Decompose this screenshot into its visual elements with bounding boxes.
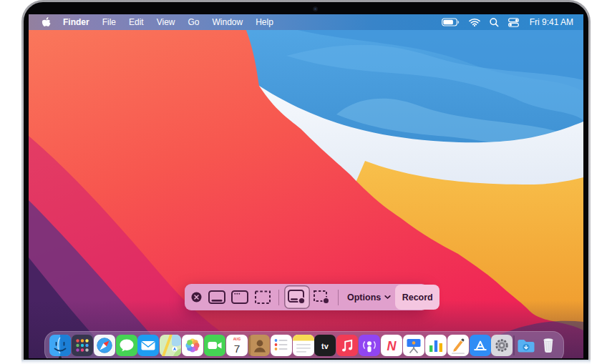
dock-item-pages[interactable] (447, 335, 469, 356)
dock-item-mail[interactable] (137, 335, 159, 356)
options-dropdown[interactable]: Options (343, 292, 395, 302)
svg-text:AUG: AUG (233, 338, 241, 341)
dock-item-trash[interactable] (538, 335, 559, 356)
chevron-down-icon (384, 295, 391, 300)
svg-text:7: 7 (234, 343, 241, 355)
dock-item-finder[interactable] (49, 335, 71, 356)
dock-item-sysprefs[interactable] (491, 335, 513, 356)
dock-divider (513, 335, 515, 355)
menu-bar: FinderFileEditViewGoWindowHelp Fri 9:41 … (29, 14, 583, 30)
dock-item-music[interactable] (336, 335, 358, 356)
laptop-bottom-edge (21, 360, 591, 364)
dock-item-facetime[interactable] (204, 335, 225, 356)
wifi-icon[interactable] (469, 18, 480, 26)
dock-item-photos[interactable] (182, 335, 203, 356)
dock-item-notes[interactable] (293, 335, 314, 356)
dock-item-calendar[interactable]: AUG7 (226, 335, 248, 356)
svg-text:N: N (387, 339, 397, 353)
running-indicator (59, 356, 62, 358)
menu-bar-clock[interactable]: Fri 9:41 AM (530, 17, 573, 27)
record-button[interactable]: Record (395, 285, 439, 310)
menu-finder[interactable]: Finder (57, 14, 96, 30)
toolbar-separator (278, 290, 279, 305)
menu-bar-status: Fri 9:41 AM (442, 14, 573, 30)
dock: AUG7tvN (44, 331, 564, 358)
dock-item-appstore[interactable] (470, 335, 491, 356)
dock-item-maps[interactable] (160, 335, 181, 356)
control-center-icon[interactable] (508, 18, 519, 27)
capture-selected-window-button[interactable] (229, 285, 251, 309)
facetime-camera (313, 6, 318, 11)
close-toolbar-button[interactable] (191, 292, 202, 302)
dock-item-podcasts[interactable] (359, 335, 380, 356)
dock-item-messages[interactable] (116, 335, 137, 356)
spotlight-search-icon[interactable] (490, 18, 499, 27)
menu-edit[interactable]: Edit (122, 14, 150, 30)
svg-text:tv: tv (321, 342, 329, 350)
dock-item-numbers[interactable] (425, 335, 447, 356)
menu-list: FinderFileEditViewGoWindowHelp (57, 14, 280, 30)
screenshot-toolbar: Options Record (185, 284, 428, 310)
toolbar-separator (338, 290, 339, 305)
options-label: Options (347, 292, 381, 302)
dock-item-safari[interactable] (94, 335, 115, 356)
capture-entire-screen-button[interactable] (206, 285, 228, 309)
menu-go[interactable]: Go (182, 14, 206, 30)
menu-window[interactable]: Window (206, 14, 250, 30)
dock-item-tv[interactable]: tv (314, 335, 336, 356)
apple-icon (42, 17, 51, 28)
battery-icon[interactable] (442, 18, 460, 26)
menu-file[interactable]: File (96, 14, 122, 30)
dock-item-keynote[interactable] (403, 335, 424, 356)
menu-bar-left: FinderFileEditViewGoWindowHelp (40, 14, 280, 30)
dock-item-news[interactable]: N (381, 335, 402, 356)
dock-item-downloads[interactable] (515, 335, 537, 356)
apple-menu[interactable] (40, 14, 57, 30)
menu-help[interactable]: Help (249, 14, 280, 30)
record-entire-screen-button[interactable] (284, 285, 310, 309)
menu-view[interactable]: View (150, 14, 182, 30)
macbook-frame: FinderFileEditViewGoWindowHelp Fri 9:41 … (21, 0, 591, 360)
dock-item-contacts[interactable] (248, 335, 270, 356)
capture-selected-portion-button[interactable] (252, 285, 273, 309)
dock-item-launchpad[interactable] (72, 335, 93, 356)
desktop-screen: FinderFileEditViewGoWindowHelp Fri 9:41 … (29, 14, 583, 358)
record-selected-portion-button[interactable] (311, 285, 333, 309)
dock-item-reminders[interactable] (271, 335, 292, 356)
